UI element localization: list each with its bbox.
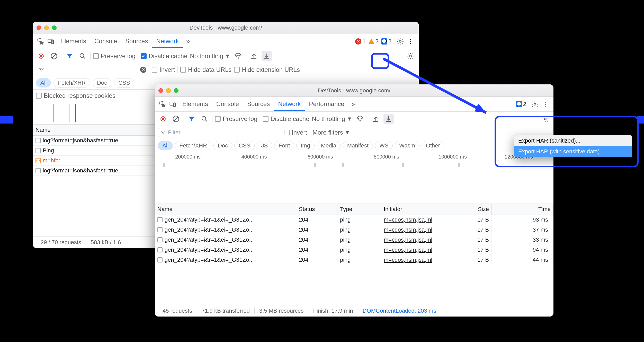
- network-conditions-icon[interactable]: [355, 114, 365, 124]
- row-checkbox[interactable]: [157, 247, 163, 252]
- row-checkbox[interactable]: [35, 138, 41, 143]
- info-badge[interactable]: 💬2: [516, 101, 526, 108]
- filter-input[interactable]: ✕: [36, 65, 149, 74]
- more-tabs-icon[interactable]: »: [348, 99, 359, 109]
- more-filters-dropdown[interactable]: More filters▼: [312, 129, 350, 136]
- error-badge[interactable]: ✕1: [355, 38, 365, 45]
- row-checkbox[interactable]: [157, 217, 163, 222]
- device-toolbar-icon[interactable]: [168, 99, 178, 109]
- throttling-dropdown[interactable]: No throttling▼: [312, 115, 352, 122]
- type-ws[interactable]: WS: [375, 141, 393, 150]
- invert-checkbox[interactable]: Invert: [284, 129, 307, 136]
- request-initiator[interactable]: m=cdos,hsm,jsa,ml: [381, 215, 453, 225]
- type-css[interactable]: CSS: [234, 141, 255, 150]
- row-checkbox[interactable]: [157, 257, 163, 262]
- settings-icon[interactable]: [395, 36, 405, 47]
- table-row[interactable]: gen_204?atyp=i&r=1&ei=_G31Zo...204pingm=…: [155, 215, 553, 225]
- titlebar[interactable]: DevTools - www.google.com/: [33, 22, 419, 34]
- search-icon[interactable]: [77, 51, 88, 61]
- network-conditions-icon[interactable]: [233, 51, 243, 61]
- tab-elements[interactable]: Elements: [178, 97, 212, 111]
- disable-cache-checkbox[interactable]: Disable cache: [263, 115, 309, 122]
- request-name[interactable]: gen_204?atyp=i&r=1&ei=_G31Zo...: [165, 236, 254, 243]
- request-name[interactable]: m=hfcr: [43, 157, 60, 164]
- clear-filter-icon[interactable]: ✕: [140, 67, 146, 73]
- record-button[interactable]: [158, 114, 168, 124]
- filter-icon[interactable]: [186, 114, 197, 124]
- menu-export-sensitive[interactable]: Export HAR (with sensitive data)...: [514, 146, 632, 157]
- request-name[interactable]: Ping: [43, 147, 54, 154]
- col-status[interactable]: Status: [296, 204, 337, 215]
- throttling-dropdown[interactable]: No throttling▼: [190, 52, 230, 60]
- clear-button[interactable]: [49, 51, 59, 61]
- request-initiator[interactable]: m=cdos,hsm,jsa,ml: [381, 235, 453, 245]
- type-fetch[interactable]: Fetch/XHR: [175, 141, 211, 150]
- tab-console[interactable]: Console: [212, 97, 243, 111]
- col-type[interactable]: Type: [337, 204, 381, 215]
- type-all[interactable]: All: [36, 78, 51, 87]
- kebab-menu-icon[interactable]: ⋮: [540, 99, 550, 109]
- device-toolbar-icon[interactable]: [46, 36, 56, 47]
- tab-network[interactable]: Network: [274, 97, 305, 111]
- request-name[interactable]: gen_204?atyp=i&r=1&ei=_G31Zo...: [165, 257, 254, 263]
- filter-icon[interactable]: [65, 51, 75, 61]
- info-badge[interactable]: 💬2: [381, 38, 391, 45]
- warning-badge[interactable]: 2: [368, 38, 379, 45]
- type-js[interactable]: JS: [257, 141, 272, 150]
- search-icon[interactable]: [199, 114, 210, 124]
- filter-input[interactable]: Filter: [158, 128, 281, 137]
- col-time[interactable]: Time: [492, 204, 553, 215]
- request-name[interactable]: gen_204?atyp=i&r=1&ei=_G31Zo...: [165, 216, 254, 223]
- col-name[interactable]: Name: [155, 204, 296, 215]
- request-name[interactable]: gen_204?atyp=i&r=1&ei=_G31Zo...: [165, 226, 254, 233]
- import-har-icon[interactable]: [371, 114, 381, 124]
- select-element-icon[interactable]: [157, 99, 168, 109]
- menu-export-sanitized[interactable]: Export HAR (sanitized)...: [514, 135, 632, 146]
- table-row[interactable]: gen_204?atyp=i&r=1&ei=_G31Zo...204pingm=…: [155, 225, 553, 235]
- type-font[interactable]: Font: [274, 141, 294, 150]
- export-har-icon[interactable]: [262, 51, 272, 61]
- type-img[interactable]: Img: [296, 141, 315, 150]
- clear-button[interactable]: [171, 114, 181, 124]
- col-size[interactable]: Size: [453, 204, 492, 215]
- type-fetch[interactable]: Fetch/XHR: [53, 78, 90, 87]
- invert-checkbox[interactable]: Invert: [152, 66, 175, 73]
- overview-timeline[interactable]: 200000 ms 400000 ms 600000 ms 800000 ms …: [155, 152, 553, 204]
- col-initiator[interactable]: Initiator: [381, 204, 453, 215]
- row-checkbox[interactable]: [157, 227, 163, 232]
- settings-icon[interactable]: [530, 99, 540, 109]
- preserve-log-checkbox[interactable]: Preserve log: [215, 115, 257, 122]
- request-name[interactable]: gen_204?atyp=i&r=1&ei=_G31Zo...: [165, 247, 254, 253]
- table-row[interactable]: gen_204?atyp=i&r=1&ei=_G31Zo...204pingm=…: [155, 245, 553, 255]
- tab-sources[interactable]: Sources: [121, 34, 152, 48]
- request-name[interactable]: log?format=ison&hasfast=true: [43, 167, 118, 174]
- row-checkbox[interactable]: [35, 148, 41, 153]
- type-doc[interactable]: Doc: [93, 78, 111, 87]
- tab-elements[interactable]: Elements: [56, 34, 90, 48]
- type-css[interactable]: CSS: [114, 78, 134, 87]
- table-row[interactable]: gen_204?atyp=i&r=1&ei=_G31Zo...204pingm=…: [155, 235, 553, 245]
- type-all[interactable]: All: [158, 141, 173, 150]
- request-name[interactable]: log?format=json&hasfast=true: [43, 137, 118, 144]
- type-doc[interactable]: Doc: [213, 141, 232, 150]
- tab-network[interactable]: Network: [152, 34, 183, 48]
- type-manifest[interactable]: Manifest: [343, 141, 373, 150]
- kebab-menu-icon[interactable]: ⋮: [405, 36, 416, 47]
- row-checkbox[interactable]: [35, 168, 41, 173]
- blocked-cookies-checkbox[interactable]: Blocked response cookies: [36, 92, 115, 99]
- type-other[interactable]: Other: [422, 141, 444, 150]
- type-wasm[interactable]: Wasm: [395, 141, 419, 150]
- record-button[interactable]: [36, 51, 46, 61]
- hide-ext-urls-checkbox[interactable]: Hide extension URLs: [234, 66, 300, 73]
- row-checkbox[interactable]: [157, 237, 163, 242]
- request-initiator[interactable]: m=cdos,hsm,jsa,ml: [381, 255, 453, 265]
- request-initiator[interactable]: m=cdos,hsm,jsa,ml: [381, 245, 453, 255]
- disable-cache-checkbox[interactable]: Disable cache: [141, 52, 187, 60]
- type-media[interactable]: Media: [317, 141, 341, 150]
- request-initiator[interactable]: m=cdos,hsm,jsa,ml: [381, 225, 453, 235]
- select-element-icon[interactable]: [35, 36, 46, 47]
- tab-console[interactable]: Console: [90, 34, 121, 48]
- preserve-log-checkbox[interactable]: Preserve log: [93, 52, 136, 60]
- import-har-icon[interactable]: [249, 51, 259, 61]
- tab-sources[interactable]: Sources: [243, 97, 274, 111]
